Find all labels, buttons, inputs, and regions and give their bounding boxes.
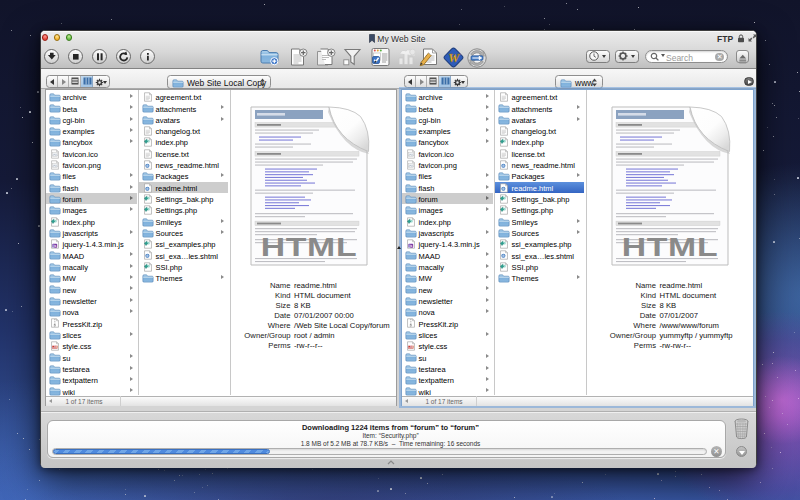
- svg-text:W: W: [448, 50, 460, 64]
- svg-text:HTML: HTML: [261, 233, 357, 261]
- svg-text:HTML: HTML: [622, 233, 718, 261]
